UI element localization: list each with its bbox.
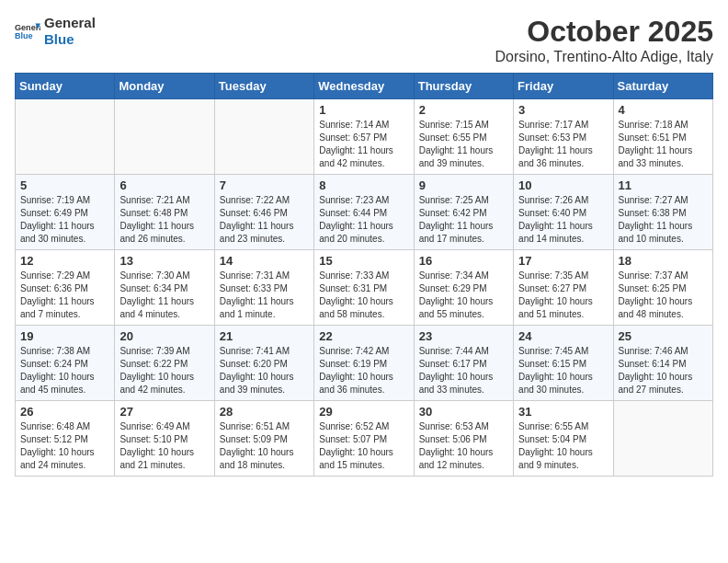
day-info: Sunrise: 7:34 AM Sunset: 6:29 PM Dayligh…	[419, 270, 508, 321]
calendar-cell: 7Sunrise: 7:22 AM Sunset: 6:46 PM Daylig…	[214, 175, 313, 250]
day-number: 10	[518, 178, 608, 192]
day-number: 19	[20, 329, 109, 343]
day-info: Sunrise: 7:15 AM Sunset: 6:55 PM Dayligh…	[419, 119, 508, 170]
day-number: 28	[220, 405, 309, 419]
calendar-cell: 4Sunrise: 7:18 AM Sunset: 6:51 PM Daylig…	[613, 99, 712, 175]
day-number: 23	[419, 329, 508, 343]
day-number: 1	[319, 103, 408, 117]
day-number: 11	[619, 178, 708, 192]
calendar-cell: 19Sunrise: 7:38 AM Sunset: 6:24 PM Dayli…	[16, 326, 115, 401]
title-block: October 2025 Dorsino, Trentino-Alto Adig…	[495, 15, 713, 65]
day-header-sunday: Sunday	[16, 74, 115, 99]
calendar-cell: 9Sunrise: 7:25 AM Sunset: 6:42 PM Daylig…	[414, 175, 513, 250]
day-info: Sunrise: 7:38 AM Sunset: 6:24 PM Dayligh…	[20, 345, 109, 396]
day-number: 27	[119, 405, 209, 419]
day-info: Sunrise: 7:23 AM Sunset: 6:44 PM Dayligh…	[319, 194, 408, 246]
calendar-cell: 18Sunrise: 7:37 AM Sunset: 6:25 PM Dayli…	[613, 250, 712, 326]
day-info: Sunrise: 7:27 AM Sunset: 6:38 PM Dayligh…	[619, 194, 708, 246]
day-number: 4	[619, 103, 708, 117]
calendar-cell: 14Sunrise: 7:31 AM Sunset: 6:33 PM Dayli…	[214, 250, 313, 326]
day-info: Sunrise: 7:22 AM Sunset: 6:46 PM Dayligh…	[220, 194, 309, 246]
calendar-cell: 13Sunrise: 7:30 AM Sunset: 6:34 PM Dayli…	[115, 250, 214, 326]
day-info: Sunrise: 7:35 AM Sunset: 6:27 PM Dayligh…	[518, 270, 608, 321]
calendar-cell: 2Sunrise: 7:15 AM Sunset: 6:55 PM Daylig…	[414, 99, 513, 175]
day-number: 3	[518, 103, 608, 117]
day-info: Sunrise: 7:31 AM Sunset: 6:33 PM Dayligh…	[220, 270, 309, 321]
day-info: Sunrise: 7:30 AM Sunset: 6:34 PM Dayligh…	[119, 270, 209, 321]
calendar-cell: 6Sunrise: 7:21 AM Sunset: 6:48 PM Daylig…	[115, 175, 214, 250]
calendar-header-row: SundayMondayTuesdayWednesdayThursdayFrid…	[16, 74, 713, 99]
day-number: 17	[518, 254, 608, 268]
day-info: Sunrise: 7:44 AM Sunset: 6:17 PM Dayligh…	[419, 345, 508, 396]
calendar-cell: 17Sunrise: 7:35 AM Sunset: 6:27 PM Dayli…	[514, 250, 613, 326]
day-info: Sunrise: 6:55 AM Sunset: 5:04 PM Dayligh…	[518, 420, 608, 472]
day-info: Sunrise: 6:51 AM Sunset: 5:09 PM Dayligh…	[220, 420, 309, 472]
calendar-cell: 22Sunrise: 7:42 AM Sunset: 6:19 PM Dayli…	[314, 326, 414, 401]
day-info: Sunrise: 7:41 AM Sunset: 6:20 PM Dayligh…	[220, 345, 309, 396]
calendar-week-1: 1Sunrise: 7:14 AM Sunset: 6:57 PM Daylig…	[16, 99, 713, 175]
calendar-cell: 27Sunrise: 6:49 AM Sunset: 5:10 PM Dayli…	[115, 401, 214, 477]
svg-text:Blue: Blue	[15, 31, 33, 40]
day-info: Sunrise: 7:33 AM Sunset: 6:31 PM Dayligh…	[319, 270, 408, 321]
calendar-cell: 8Sunrise: 7:23 AM Sunset: 6:44 PM Daylig…	[314, 175, 414, 250]
location-title: Dorsino, Trentino-Alto Adige, Italy	[495, 49, 713, 65]
day-info: Sunrise: 7:18 AM Sunset: 6:51 PM Dayligh…	[619, 119, 708, 170]
calendar-cell: 20Sunrise: 7:39 AM Sunset: 6:22 PM Dayli…	[115, 326, 214, 401]
day-number: 14	[220, 254, 309, 268]
day-number: 13	[119, 254, 209, 268]
day-number: 24	[518, 329, 608, 343]
day-info: Sunrise: 6:48 AM Sunset: 5:12 PM Dayligh…	[20, 420, 109, 472]
day-number: 15	[319, 254, 408, 268]
day-number: 22	[319, 329, 408, 343]
calendar-week-4: 19Sunrise: 7:38 AM Sunset: 6:24 PM Dayli…	[16, 326, 713, 401]
day-number: 7	[220, 178, 309, 192]
day-info: Sunrise: 6:52 AM Sunset: 5:07 PM Dayligh…	[319, 420, 408, 472]
calendar-table: SundayMondayTuesdayWednesdayThursdayFrid…	[15, 73, 713, 477]
day-info: Sunrise: 7:39 AM Sunset: 6:22 PM Dayligh…	[119, 345, 209, 396]
day-header-thursday: Thursday	[414, 74, 513, 99]
day-info: Sunrise: 7:46 AM Sunset: 6:14 PM Dayligh…	[619, 345, 708, 396]
calendar-week-3: 12Sunrise: 7:29 AM Sunset: 6:36 PM Dayli…	[16, 250, 713, 326]
calendar-cell: 31Sunrise: 6:55 AM Sunset: 5:04 PM Dayli…	[514, 401, 613, 477]
day-number: 25	[619, 329, 708, 343]
day-info: Sunrise: 7:14 AM Sunset: 6:57 PM Dayligh…	[319, 119, 408, 170]
day-number: 2	[419, 103, 508, 117]
calendar-cell: 3Sunrise: 7:17 AM Sunset: 6:53 PM Daylig…	[514, 99, 613, 175]
day-info: Sunrise: 7:37 AM Sunset: 6:25 PM Dayligh…	[619, 270, 708, 321]
page-header: General Blue General Blue October 2025 D…	[15, 15, 713, 65]
month-title: October 2025	[495, 15, 713, 49]
day-number: 8	[319, 178, 408, 192]
day-number: 31	[518, 405, 608, 419]
day-info: Sunrise: 7:17 AM Sunset: 6:53 PM Dayligh…	[518, 119, 608, 170]
day-number: 6	[119, 178, 209, 192]
day-number: 30	[419, 405, 508, 419]
calendar-cell: 12Sunrise: 7:29 AM Sunset: 6:36 PM Dayli…	[16, 250, 115, 326]
day-info: Sunrise: 7:26 AM Sunset: 6:40 PM Dayligh…	[518, 194, 608, 246]
calendar-cell: 24Sunrise: 7:45 AM Sunset: 6:15 PM Dayli…	[514, 326, 613, 401]
calendar-cell: 28Sunrise: 6:51 AM Sunset: 5:09 PM Dayli…	[214, 401, 313, 477]
calendar-cell	[115, 99, 214, 175]
day-header-monday: Monday	[115, 74, 214, 99]
logo-icon: General Blue	[15, 18, 40, 44]
day-header-wednesday: Wednesday	[314, 74, 414, 99]
day-number: 20	[119, 329, 209, 343]
calendar-cell: 21Sunrise: 7:41 AM Sunset: 6:20 PM Dayli…	[214, 326, 313, 401]
day-number: 5	[20, 178, 109, 192]
day-number: 26	[20, 405, 109, 419]
day-number: 9	[419, 178, 508, 192]
day-info: Sunrise: 7:25 AM Sunset: 6:42 PM Dayligh…	[419, 194, 508, 246]
day-header-tuesday: Tuesday	[214, 74, 313, 99]
calendar-cell: 10Sunrise: 7:26 AM Sunset: 6:40 PM Dayli…	[514, 175, 613, 250]
calendar-cell	[214, 99, 313, 175]
day-header-saturday: Saturday	[613, 74, 712, 99]
calendar-cell: 11Sunrise: 7:27 AM Sunset: 6:38 PM Dayli…	[613, 175, 712, 250]
day-info: Sunrise: 7:42 AM Sunset: 6:19 PM Dayligh…	[319, 345, 408, 396]
day-info: Sunrise: 7:19 AM Sunset: 6:49 PM Dayligh…	[20, 194, 109, 246]
day-number: 21	[220, 329, 309, 343]
day-info: Sunrise: 7:21 AM Sunset: 6:48 PM Dayligh…	[119, 194, 209, 246]
logo-blue-text: Blue	[44, 31, 96, 48]
calendar-cell: 25Sunrise: 7:46 AM Sunset: 6:14 PM Dayli…	[613, 326, 712, 401]
calendar-cell: 15Sunrise: 7:33 AM Sunset: 6:31 PM Dayli…	[314, 250, 414, 326]
calendar-week-5: 26Sunrise: 6:48 AM Sunset: 5:12 PM Dayli…	[16, 401, 713, 477]
day-number: 16	[419, 254, 508, 268]
